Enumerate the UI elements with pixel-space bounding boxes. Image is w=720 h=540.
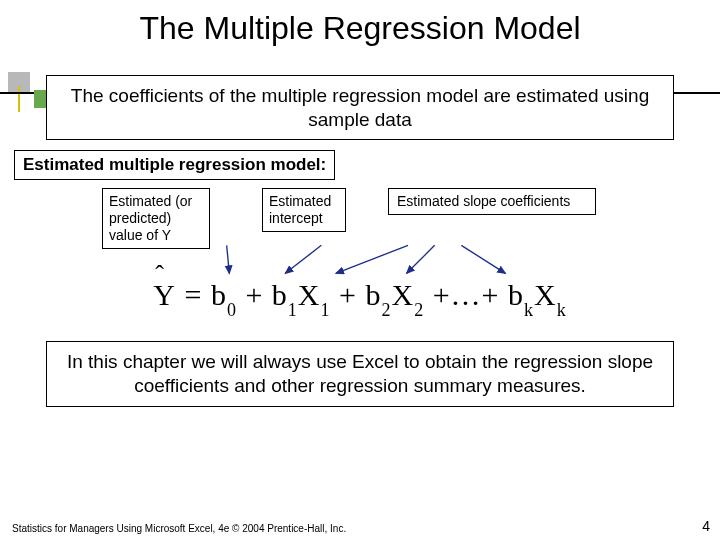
sub-2a: 2 [381, 300, 391, 320]
label-intercept: Estimated intercept [262, 188, 346, 232]
term-x1: X [298, 278, 321, 311]
y-hat: Y [153, 278, 176, 312]
sub-kb: k [557, 300, 567, 320]
term-xk: X [534, 278, 557, 311]
equals-sign: = [185, 278, 203, 311]
term-bk: +…+ b [433, 278, 524, 311]
svg-line-0 [227, 246, 230, 274]
intro-box: The coefficients of the multiple regress… [46, 75, 674, 141]
section-heading: Estimated multiple regression model: [14, 150, 335, 180]
svg-line-3 [407, 246, 435, 274]
sub-ka: k [524, 300, 534, 320]
note-box: In this chapter we will always use Excel… [46, 341, 674, 407]
regression-equation: Y = b0 + b1X1 + b2X2 +…+ bkXk [28, 278, 692, 317]
svg-line-2 [336, 246, 408, 274]
term-x2: X [391, 278, 414, 311]
page-number: 4 [702, 518, 710, 534]
label-yhat: Estimated (or predicted) value of Y [102, 188, 210, 248]
sub-1a: 1 [288, 300, 298, 320]
note-text: In this chapter we will always use Excel… [67, 351, 653, 396]
intro-text: The coefficients of the multiple regress… [71, 85, 649, 130]
annotation-labels: Estimated (or predicted) value of Y Esti… [28, 188, 692, 252]
slide-content: The coefficients of the multiple regress… [0, 75, 720, 407]
sub-2b: 2 [414, 300, 424, 320]
label-slopes: Estimated slope coefficients [388, 188, 596, 215]
title-area: The Multiple Regression Model [0, 0, 720, 53]
page-title: The Multiple Regression Model [0, 10, 720, 47]
sub-1b: 1 [321, 300, 331, 320]
svg-line-1 [285, 246, 321, 274]
svg-line-4 [461, 246, 505, 274]
term-b0: b [211, 278, 227, 311]
term-b1: + b [245, 278, 287, 311]
footer-citation: Statistics for Managers Using Microsoft … [12, 523, 346, 534]
term-b2: + b [339, 278, 381, 311]
sub-0: 0 [227, 300, 237, 320]
